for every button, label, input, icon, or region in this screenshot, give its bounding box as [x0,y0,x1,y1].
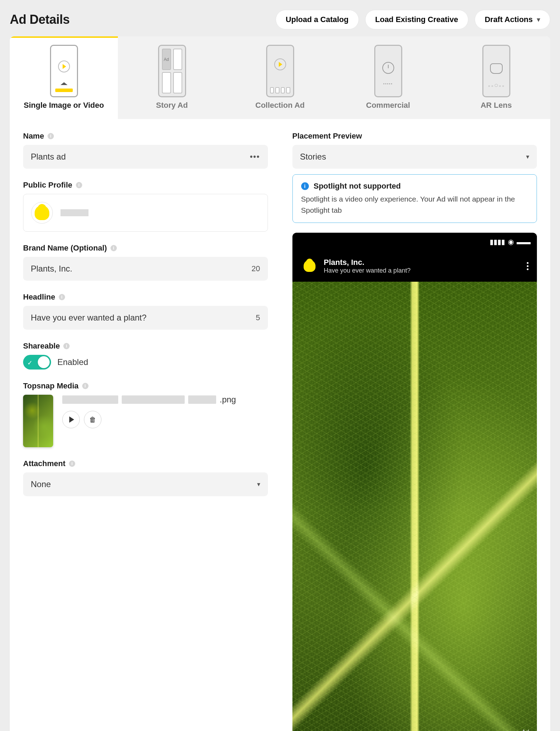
info-icon: i [301,182,309,190]
tab-label: AR Lens [446,101,547,110]
ad-badge: Ad [522,729,529,731]
info-icon[interactable]: i [111,245,117,251]
brand-name-label: Brand Name (Optional) [23,244,107,253]
placement-select[interactable]: Stories ▾ [292,145,537,169]
check-icon: ✓ [27,359,33,367]
shareable-status: Enabled [57,357,88,367]
ad-details-panel: Single Image or Video Ad Story Ad Collec… [10,36,550,731]
wifi-icon: ◉ [508,238,514,246]
avatar [31,202,53,224]
tab-commercial[interactable]: ••••• Commercial [334,36,442,119]
brand-name-counter: 20 [251,264,260,273]
topsnap-media-label: Topsnap Media [23,381,79,391]
tab-story-ad[interactable]: Ad Story Ad [118,36,226,119]
brand-name-input[interactable]: Plants, Inc. 20 [23,257,268,281]
commercial-icon: ••••• [374,45,402,97]
tab-collection-ad[interactable]: Collection Ad [226,36,334,119]
preview-avatar [301,257,318,275]
name-value: Plants ad [31,152,66,162]
headline-value: Have you ever wanted a plant? [31,313,147,323]
more-icon[interactable]: ••• [250,152,260,161]
phone-preview: ▮▮▮▮ ◉ ▬▬ Plants, Inc. Have you ever wan… [292,233,537,731]
header-actions: Upload a Catalog Load Existing Creative … [276,10,550,29]
media-filename: .png [62,395,268,405]
public-profile-selector[interactable] [23,194,268,232]
tab-single-image-video[interactable]: Single Image or Video [10,36,118,119]
preview-more-icon [527,261,529,272]
signal-icon: ▮▮▮▮ [490,238,505,246]
shareable-toggle[interactable]: ✓ [23,355,51,370]
story-ad-icon: Ad [158,45,186,97]
upload-catalog-button[interactable]: Upload a Catalog [276,10,359,29]
headline-label: Headline [23,293,55,302]
shareable-label: Shareable [23,342,60,351]
preview-media [292,282,537,731]
brand-name-value: Plants, Inc. [31,264,72,274]
chevron-down-icon: ▾ [537,16,540,23]
headline-counter: 5 [256,313,260,322]
preview-headline: Have you ever wanted a plant? [324,267,522,274]
preview-brand: Plants, Inc. [324,258,522,267]
placement-preview-label: Placement Preview [292,132,362,141]
page-title: Ad Details [10,12,70,27]
media-thumbnail[interactable] [23,395,53,447]
delete-media-button[interactable] [84,411,101,428]
battery-icon: ▬▬ [517,238,531,246]
tab-label: Story Ad [121,101,222,110]
tab-ar-lens[interactable]: ◄ ► ∘∘○∘∘ AR Lens [442,36,550,119]
info-icon[interactable]: i [63,343,70,349]
status-bar: ▮▮▮▮ ◉ ▬▬ [490,238,531,246]
media-extension: .png [220,395,236,405]
info-icon[interactable]: i [59,294,65,300]
tab-label: Collection Ad [229,101,331,110]
public-profile-label: Public Profile [23,181,72,190]
draft-actions-label: Draft Actions [485,15,533,24]
single-image-video-icon [50,45,78,97]
headline-input[interactable]: Have you ever wanted a plant? 5 [23,306,268,330]
name-input[interactable]: Plants ad ••• [23,145,268,169]
spotlight-alert: i Spotlight not supported Spotlight is a… [292,174,537,223]
chevron-down-icon: ▾ [257,480,260,488]
load-existing-creative-button[interactable]: Load Existing Creative [365,10,468,29]
chevron-down-icon: ▾ [526,153,529,161]
ad-type-tabs: Single Image or Video Ad Story Ad Collec… [10,36,550,119]
attachment-select[interactable]: None ▾ [23,472,268,496]
play-media-button[interactable] [62,411,80,428]
info-icon[interactable]: i [69,461,75,467]
placement-value: Stories [300,152,326,162]
attachment-value: None [31,479,51,489]
collection-ad-icon [266,45,294,97]
info-icon[interactable]: i [48,133,54,139]
profile-name-redacted [61,209,88,216]
info-icon[interactable]: i [82,383,88,389]
alert-body: Spotlight is a video only experience. Yo… [301,194,529,216]
attachment-label: Attachment [23,459,65,468]
info-icon[interactable]: i [76,182,82,188]
ar-lens-icon: ◄ ► ∘∘○∘∘ [482,45,510,97]
tab-label: Single Image or Video [13,101,114,110]
tab-label: Commercial [338,101,439,110]
name-label: Name [23,132,44,141]
alert-title: Spotlight not supported [314,182,401,191]
draft-actions-button[interactable]: Draft Actions ▾ [475,10,550,29]
